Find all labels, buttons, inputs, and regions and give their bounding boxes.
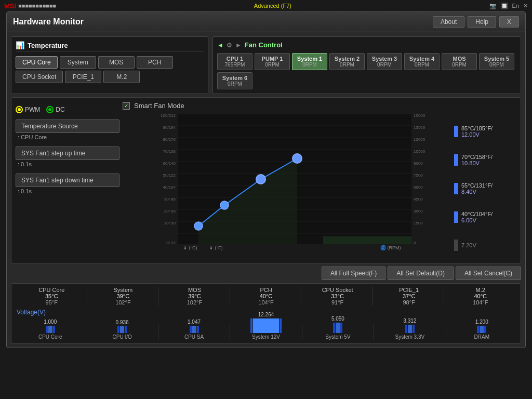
fan-btn-pump1[interactable]: PUMP 1 0RPM bbox=[255, 53, 290, 70]
chart-header: ✓ Smart Fan Mode bbox=[123, 102, 451, 110]
svg-text:100/212: 100/212 bbox=[161, 113, 176, 118]
fan-btn-system3[interactable]: System 3 0RPM bbox=[367, 53, 402, 70]
svg-text:60/140: 60/140 bbox=[163, 161, 176, 166]
volt-info-1: 85°C/185°F/ 12.00V bbox=[461, 125, 493, 138]
window-title: Hardware Monitor bbox=[13, 17, 84, 26]
top-bar: MSI ■■■■■■■■■■■ Advanced (F7) 📷 🔲 En ✕ bbox=[0, 0, 532, 11]
divider-1 bbox=[86, 324, 86, 340]
set-default-button[interactable]: All Set Default(D) bbox=[388, 267, 454, 280]
temp-btn-cpu-core[interactable]: CPU Core bbox=[16, 56, 58, 69]
pwm-dc-row: PWM DC bbox=[16, 106, 119, 113]
help-button[interactable]: Help bbox=[468, 16, 496, 28]
svg-text:20/ 68: 20/ 68 bbox=[164, 209, 176, 214]
vcol-cpu-core: 1.000 CPU Core bbox=[17, 319, 84, 340]
chart-container: 100/212 90/194 80/176 70/158 60/140 50/1… bbox=[123, 112, 451, 252]
status-cpu-core: CPU Core 35°C 95°F bbox=[17, 287, 87, 305]
volt-info-4: 40°C/104°F/ 6.00V bbox=[461, 211, 493, 223]
step-up-group: SYS Fan1 step up time : 0.1s bbox=[16, 147, 119, 167]
temp-btn-m2[interactable]: M.2 bbox=[103, 71, 140, 83]
temp-buttons-group: CPU Core System MOS PCH CPU Socket PCIE_… bbox=[16, 56, 204, 83]
top-bar-left: MSI ■■■■■■■■■■■ bbox=[4, 2, 56, 10]
svg-text:1500: 1500 bbox=[414, 221, 423, 225]
pwm-radio[interactable]: PWM bbox=[16, 106, 40, 113]
window-titlebar: Hardware Monitor About Help X bbox=[7, 12, 525, 32]
fan-btn-cpu1[interactable]: CPU 1 765RPM bbox=[217, 53, 252, 70]
svg-text:🌡 (°F): 🌡 (°F) bbox=[209, 245, 223, 250]
top-panels: 📊 Temperature CPU Core System MOS PCH CP… bbox=[11, 36, 521, 94]
fan-panel-header: ◄ ⚙ ► Fan Control bbox=[217, 41, 516, 49]
temp-source-value: : CPU Core bbox=[16, 134, 119, 140]
divider-6 bbox=[446, 324, 446, 340]
top-bar-right: 📷 🔲 En ✕ bbox=[489, 3, 528, 9]
status-cpu-socket: CPU Socket 33°C 91°F bbox=[302, 287, 373, 305]
status-system: System 39°C 102°F bbox=[88, 287, 159, 305]
fan-btn-mos[interactable]: MOS 0RPM bbox=[442, 53, 477, 70]
svg-text:50/122: 50/122 bbox=[163, 173, 176, 178]
volt-item-5: 7.20V bbox=[454, 240, 516, 251]
chart-area: ✓ Smart Fan Mode bbox=[123, 102, 451, 259]
pwm-label: PWM bbox=[25, 106, 40, 113]
temp-btn-cpu-socket[interactable]: CPU Socket bbox=[16, 71, 63, 83]
svg-text:9000: 9000 bbox=[414, 161, 423, 166]
vcol-cpu-io: 0.936 CPU I/O bbox=[88, 320, 155, 340]
dc-radio-circle bbox=[46, 106, 54, 113]
close-button[interactable]: X bbox=[499, 16, 519, 28]
fan-btn-system2[interactable]: System 2 0RPM bbox=[329, 53, 365, 70]
close-x[interactable]: ✕ bbox=[523, 3, 528, 9]
volt-bar-5 bbox=[454, 240, 458, 251]
volt-bar-1 bbox=[454, 126, 458, 137]
voltage-indicators: 85°C/185°F/ 12.00V 70°C/158°F/ 10.80V 55… bbox=[454, 102, 516, 259]
left-controls: PWM DC Temperature Source : CPU Core SYS… bbox=[16, 102, 119, 259]
fan-btn-system4[interactable]: System 4 0RPM bbox=[404, 53, 440, 70]
status-row: CPU Core 35°C 95°F System 39°C 102°F MOS… bbox=[17, 287, 515, 305]
vcol-12v: 12.264 System 12V bbox=[232, 312, 299, 340]
temp-btn-pch[interactable]: PCH bbox=[137, 56, 173, 69]
divider-4 bbox=[302, 324, 302, 340]
status-mos: MOS 39°C 102°F bbox=[159, 287, 230, 305]
main-window: Hardware Monitor About Help X 📊 Temperat… bbox=[6, 11, 526, 348]
smart-fan-checkbox[interactable]: ✓ bbox=[123, 102, 130, 110]
action-buttons: All Full Speed(F) All Set Default(D) All… bbox=[11, 267, 521, 280]
temp-btn-system[interactable]: System bbox=[60, 56, 96, 69]
curve-point-1[interactable] bbox=[194, 222, 203, 230]
full-speed-button[interactable]: All Full Speed(F) bbox=[322, 267, 385, 280]
svg-text:30/ 86: 30/ 86 bbox=[164, 197, 176, 202]
curve-point-4[interactable] bbox=[292, 154, 302, 163]
middle-section: PWM DC Temperature Source : CPU Core SYS… bbox=[11, 97, 521, 263]
svg-text:40/104: 40/104 bbox=[163, 185, 176, 190]
curve-point-3[interactable] bbox=[256, 175, 265, 184]
fan-btn-system1[interactable]: System 1 0RPM bbox=[292, 53, 327, 70]
step-up-button[interactable]: SYS Fan1 step up time bbox=[16, 147, 119, 160]
temp-btn-pcie1[interactable]: PCIE_1 bbox=[65, 71, 101, 83]
voltage-bars: 1.000 CPU Core 0.936 bbox=[17, 319, 515, 340]
svg-text:15000: 15000 bbox=[414, 113, 425, 118]
step-down-value: : 0.1s bbox=[16, 188, 119, 194]
volt-info-3: 55°C/131°F/ 8.40V bbox=[461, 182, 493, 195]
bios-title: ■■■■■■■■■■■ bbox=[18, 3, 56, 9]
svg-text:80/176: 80/176 bbox=[163, 137, 176, 142]
step-up-value: : 0.1s bbox=[16, 161, 119, 167]
dc-radio[interactable]: DC bbox=[46, 106, 64, 113]
about-button[interactable]: About bbox=[433, 16, 464, 28]
set-cancel-button[interactable]: All Set Cancel(C) bbox=[456, 267, 521, 280]
curve-point-2[interactable] bbox=[220, 201, 229, 209]
fan-btn-system6[interactable]: System 6 0RPM bbox=[217, 72, 252, 89]
svg-text:6000: 6000 bbox=[414, 185, 423, 190]
fan-curve-chart[interactable]: 100/212 90/194 80/176 70/158 60/140 50/1… bbox=[123, 112, 451, 252]
smart-fan-label: Smart Fan Mode bbox=[134, 102, 184, 110]
divider-2 bbox=[158, 324, 158, 340]
svg-text:0: 0 bbox=[414, 241, 416, 245]
temp-source-group: Temperature Source : CPU Core bbox=[16, 119, 119, 140]
volt-info-5: 7.20V bbox=[461, 242, 476, 248]
svg-text:70/158: 70/158 bbox=[163, 149, 176, 154]
step-down-button[interactable]: SYS Fan1 step down time bbox=[16, 174, 119, 187]
content-area: 📊 Temperature CPU Core System MOS PCH CP… bbox=[7, 32, 525, 348]
vcol-5v: 5.050 System 5V bbox=[304, 316, 371, 340]
temp-source-button[interactable]: Temperature Source bbox=[16, 119, 119, 133]
dc-label: DC bbox=[56, 106, 64, 113]
status-pch: PCH 40°C 104°F bbox=[231, 287, 302, 305]
vcol-cpu-sa: 1.047 CPU SA bbox=[161, 319, 228, 340]
fan-btn-system5[interactable]: System 5 0RPM bbox=[479, 53, 514, 70]
temp-btn-mos[interactable]: MOS bbox=[98, 56, 135, 69]
volt-bar-4 bbox=[454, 211, 458, 223]
